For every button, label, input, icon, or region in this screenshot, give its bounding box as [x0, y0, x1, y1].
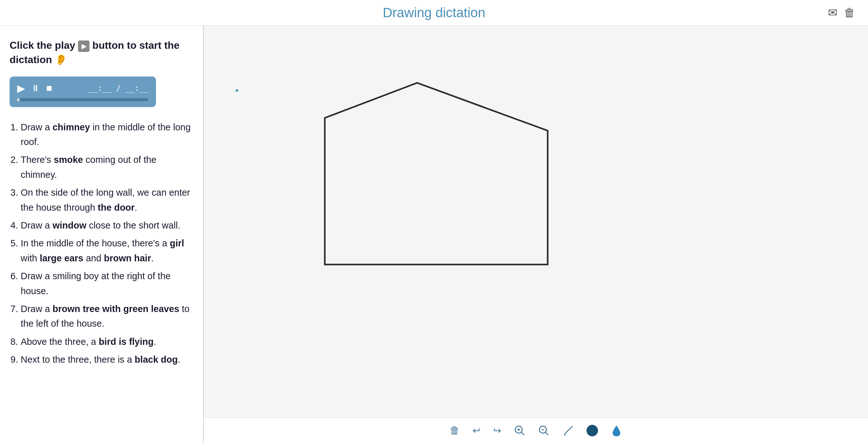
svg-line-9 — [564, 434, 565, 436]
toolbar-color-drop-button[interactable] — [611, 424, 622, 437]
audio-play-button[interactable]: ▶ — [17, 82, 25, 94]
title-bar: Drawing dictation ✉ 🗑 — [0, 0, 868, 26]
audio-stop-button[interactable]: ⏹ — [45, 84, 53, 93]
play-icon-inline: ▶ — [78, 40, 90, 52]
svg-marker-0 — [325, 83, 548, 265]
svg-line-10 — [571, 426, 572, 427]
toolbar-undo-button[interactable]: ↩ — [472, 425, 480, 436]
zoom-out-icon — [538, 425, 550, 436]
audio-progress-bar[interactable] — [17, 98, 148, 101]
color-drop-icon — [611, 424, 622, 437]
audio-time-display: __:__ / __:__ — [89, 84, 148, 93]
zoom-in-icon — [514, 425, 525, 436]
title-bar-actions: ✉ 🗑 — [828, 6, 855, 20]
list-item: There's smoke coming out of the chimney. — [21, 152, 194, 182]
list-item: On the side of the long wall, we can ent… — [21, 185, 194, 215]
audio-pause-button[interactable]: ⏸ — [31, 83, 40, 93]
main-content: Click the play ▶ button to start the dic… — [0, 26, 868, 443]
audio-controls: ▶ ⏸ ⏹ __:__ / __:__ — [17, 82, 148, 94]
ear-emoji: 👂 — [55, 54, 67, 65]
right-panel: 🗑 ↩ ↪ — [204, 26, 868, 443]
toolbar-color-circle-button[interactable] — [587, 425, 598, 436]
delete-title-icon[interactable]: 🗑 — [844, 6, 855, 20]
instruction-header-text-1: Click the play — [9, 39, 78, 51]
audio-player: ▶ ⏸ ⏹ __:__ / __:__ — [9, 77, 156, 107]
list-item: Above the three, a bird is flying. — [21, 334, 194, 349]
page-title: Drawing dictation — [383, 5, 485, 21]
toolbar-redo-button[interactable]: ↪ — [493, 425, 501, 436]
toolbar-pencil-button[interactable] — [562, 425, 574, 436]
audio-progress-fill — [17, 98, 20, 101]
list-item: Draw a window close to the short wall. — [21, 218, 194, 233]
toolbar-delete-button[interactable]: 🗑 — [450, 424, 460, 436]
svg-line-4 — [521, 432, 524, 435]
left-panel: Click the play ▶ button to start the dic… — [0, 26, 204, 443]
drawing-canvas[interactable] — [204, 26, 868, 417]
bottom-toolbar: 🗑 ↩ ↪ — [204, 417, 868, 443]
svg-line-7 — [546, 432, 548, 435]
list-item: Next to the three, there is a black dog. — [21, 352, 194, 367]
svg-line-8 — [564, 427, 571, 434]
house-drawing — [261, 73, 611, 296]
canvas-dot — [236, 89, 238, 92]
toolbar-zoom-in-button[interactable] — [514, 425, 525, 436]
list-item: Draw a brown tree with green leaves to t… — [21, 301, 194, 331]
pencil-icon — [562, 425, 574, 436]
toolbar-zoom-out-button[interactable] — [538, 425, 550, 436]
instruction-header: Click the play ▶ button to start the dic… — [9, 38, 194, 67]
email-icon[interactable]: ✉ — [828, 6, 837, 20]
list-item: Draw a chimney in the middle of the long… — [21, 120, 194, 149]
instructions-list: Draw a chimney in the middle of the long… — [9, 120, 194, 367]
list-item: Draw a smiling boy at the right of the h… — [21, 269, 194, 298]
list-item: In the middle of the house, there's a gi… — [21, 236, 194, 265]
